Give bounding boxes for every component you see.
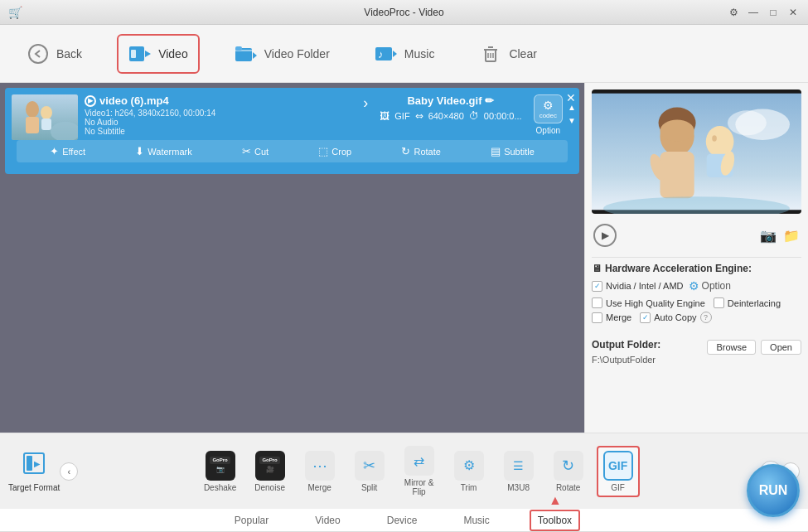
gif-icon: GIF xyxy=(603,451,633,481)
subtitle-icon: ▤ xyxy=(491,145,501,157)
nvidia-row: ✓ Nvidia / Intel / AMD ⚙ Option xyxy=(592,279,801,293)
video-filename: ▶ video (6).mp4 xyxy=(85,94,351,107)
arrow-divider: › xyxy=(358,94,373,112)
hardware-section: 🖥 Hardware Acceleration Engine: ✓ Nvidia… xyxy=(592,257,801,326)
codec-label: codec xyxy=(539,112,557,119)
output-folder-label: Output Folder: xyxy=(592,339,660,351)
run-button[interactable]: RUN xyxy=(747,464,800,517)
browse-button[interactable]: Browse xyxy=(707,340,756,355)
nav-folder-label: Video Folder xyxy=(264,47,330,60)
option-gear-icon: ⚙ xyxy=(689,279,699,293)
m3u8-icon: ☰ xyxy=(504,451,534,481)
trim-icon: ⚙ xyxy=(454,451,484,481)
app-container: Back Video Video Folder ♪ Music Clear xyxy=(0,25,808,532)
codec-gear-icon: ⚙ xyxy=(539,99,557,112)
maximize-button[interactable]: □ xyxy=(767,6,780,19)
minimize-button[interactable]: — xyxy=(747,6,760,19)
nav-clear-label: Clear xyxy=(509,47,536,60)
output-info: Baby Video.gif ✏ 🖼 GIF ⇔ 640×480 ⏱ 00:00… xyxy=(380,94,521,122)
deinterlacing-checkbox[interactable] xyxy=(714,297,724,308)
video-meta: Video1: h264, 3840x2160, 00:00:14 xyxy=(85,109,351,118)
mirror-label: Mirror & Flip xyxy=(404,478,434,496)
target-format-area[interactable]: ▶ Target Format xyxy=(8,450,60,492)
folder-open-icon[interactable]: 📁 xyxy=(783,228,800,244)
tool-denoise[interactable]: GoPro 🎥 Denoise xyxy=(249,447,292,496)
nav-music[interactable]: ♪ Music xyxy=(365,36,445,72)
scroll-left-button[interactable]: ‹ xyxy=(60,462,78,481)
merge-checkbox[interactable] xyxy=(592,312,602,323)
scroll-down-icon[interactable]: ▼ xyxy=(568,116,576,125)
svg-marker-6 xyxy=(253,52,257,59)
open-button[interactable]: Open xyxy=(761,340,801,355)
tab-video[interactable]: Video xyxy=(308,511,346,530)
nav-bar: Back Video Video Folder ♪ Music Clear xyxy=(0,25,808,83)
merge-checkbox-item[interactable]: Merge xyxy=(592,312,631,323)
nav-video[interactable]: Video xyxy=(117,34,200,74)
hardware-title: 🖥 Hardware Acceleration Engine: xyxy=(592,263,801,274)
merge-icon: ⋯ xyxy=(305,451,335,481)
close-button[interactable]: ✕ xyxy=(786,6,800,19)
crop-icon: ⬚ xyxy=(318,145,328,157)
svg-marker-2 xyxy=(145,51,151,57)
tab-toolbox[interactable]: Toolbox xyxy=(530,510,580,531)
autocopy-checkbox[interactable]: ✓ xyxy=(640,312,651,323)
effect-button[interactable]: ✦ Effect xyxy=(45,143,90,159)
camera-icon[interactable]: 📷 xyxy=(760,228,777,244)
video-icon xyxy=(128,42,152,65)
video-subtitle: No Subtitle xyxy=(85,127,351,136)
cut-button[interactable]: ✂ Cut xyxy=(237,143,273,159)
nav-video-folder[interactable]: Video Folder xyxy=(225,36,340,72)
svg-rect-38 xyxy=(27,456,32,471)
edit-icon[interactable]: ✏ xyxy=(485,94,494,107)
autocopy-checkbox-item[interactable]: ✓ Auto Copy ? xyxy=(640,312,711,323)
quality-checkbox-item[interactable]: Use High Quality Engine xyxy=(592,297,705,308)
output-folder-section: Output Folder: Browse Open F:\OutputFold… xyxy=(592,336,801,365)
tab-popular[interactable]: Popular xyxy=(228,511,275,530)
right-panel: ▶ 📷 📁 🖥 Hardware Acceleration Engine: ✓ … xyxy=(584,83,808,433)
rotate-button[interactable]: ↻ Rotate xyxy=(396,143,445,159)
nvidia-checkbox-item[interactable]: ✓ Nvidia / Intel / AMD xyxy=(592,281,684,292)
crop-button[interactable]: ⬚ Crop xyxy=(313,143,356,159)
svg-point-18 xyxy=(26,101,39,118)
subtitle-button[interactable]: ▤ Subtitle xyxy=(486,143,539,159)
bottom-area: ▶ Target Format ‹ GoPro 📷 Deshake xyxy=(0,433,808,532)
gif-format-icon: 🖼 xyxy=(380,110,389,122)
tool-rotate[interactable]: ↻ Rotate xyxy=(547,447,590,496)
split-label: Split xyxy=(361,483,377,492)
toolbox-scroll: ▶ Target Format ‹ GoPro 📷 Deshake xyxy=(0,433,808,509)
tool-deshake[interactable]: GoPro 📷 Deshake xyxy=(199,447,242,496)
nvidia-checkbox[interactable]: ✓ xyxy=(592,281,602,292)
toolbox-items: GoPro 📷 Deshake GoPro 🎥 Denoise xyxy=(78,443,760,500)
nvidia-label: Nvidia / Intel / AMD xyxy=(606,281,684,291)
denoise-icon: GoPro 🎥 xyxy=(255,451,285,481)
cart-icon[interactable]: 🛒 xyxy=(8,6,22,19)
tool-merge[interactable]: ⋯ Merge xyxy=(298,447,341,496)
option-button[interactable]: ⚙ Option xyxy=(689,279,731,293)
tool-gif[interactable]: GIF GIF xyxy=(597,446,640,497)
play-button[interactable]: ▶ xyxy=(593,224,617,247)
nav-clear[interactable]: Clear xyxy=(469,36,546,72)
trash-icon xyxy=(479,42,502,65)
tool-trim[interactable]: ⚙ Trim xyxy=(448,447,491,496)
tool-m3u8[interactable]: ☰ M3U8 xyxy=(497,447,540,496)
mirror-icon: ⇄ xyxy=(404,446,434,476)
merge-label: Merge xyxy=(606,312,631,322)
video-item-header: ▶ video (6).mp4 Video1: h264, 3840x2160,… xyxy=(12,94,573,140)
info-icon[interactable]: ? xyxy=(700,312,712,323)
close-video-button[interactable]: ✕ xyxy=(566,91,576,104)
quality-row: Use High Quality Engine Deinterlacing xyxy=(592,297,801,308)
tab-music[interactable]: Music xyxy=(457,511,496,530)
deshake-icon: GoPro 📷 xyxy=(206,451,235,481)
tool-split[interactable]: ✂ Split xyxy=(348,447,391,496)
tab-device[interactable]: Device xyxy=(380,511,424,530)
quality-checkbox[interactable] xyxy=(592,297,602,308)
settings-icon[interactable]: ⚙ xyxy=(727,6,740,19)
m3u8-label: M3U8 xyxy=(507,483,530,492)
deinterlacing-checkbox-item[interactable]: Deinterlacing xyxy=(714,297,781,308)
nav-back[interactable]: Back xyxy=(17,36,92,72)
watermark-button[interactable]: ⬇ Watermark xyxy=(130,143,196,159)
folder-buttons: Browse Open xyxy=(707,340,801,355)
codec-badge[interactable]: ⚙ codec xyxy=(534,94,563,123)
tool-mirror[interactable]: ⇄ Mirror & Flip xyxy=(398,443,441,500)
deinterlacing-label: Deinterlacing xyxy=(728,298,781,308)
